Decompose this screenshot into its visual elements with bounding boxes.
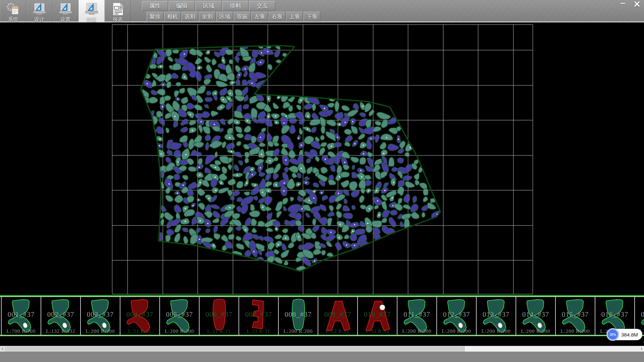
thumbnail-label: 009_#37 (318, 310, 357, 319)
thumbnail-size: L:132 R:132 (41, 328, 80, 334)
thumbnail-label: 010_#37 (358, 310, 397, 319)
nav-button-settings[interactable]: 设置 (52, 0, 78, 22)
thumbnail-size: L:200 R:200 (397, 328, 436, 334)
layout-icon (84, 2, 99, 16)
menu-tab[interactable]: 交互 (249, 1, 275, 11)
thumbnail-size: L:31 R:31 (239, 328, 278, 334)
thumbnail-label: 012_#37 (437, 310, 476, 319)
thumbnail-row: 001_#37L:700 R:700002_#37L:132 R:132003_… (0, 296, 644, 336)
tool-button[interactable]: 瑕疵 (234, 12, 251, 21)
thumbnail-size: L:200 R:200 (437, 328, 476, 334)
horizontal-scrollbar[interactable]: ‹ › (0, 346, 644, 352)
tool-row: 聚排相机选割全割区域瑕疵左靠右靠上靠下靠 (147, 12, 321, 21)
tool-button[interactable]: 相机 (164, 12, 181, 21)
nav-label: 排版 (87, 16, 97, 22)
thumbnail-strip: 001_#37L:700 R:700002_#37L:132 R:132003_… (0, 295, 644, 336)
thumbnail-size: L:200 R:200 (516, 328, 555, 334)
nav-button-system[interactable]: 系统 (0, 0, 26, 22)
tool-button[interactable]: 上靠 (286, 12, 303, 21)
thumbnail-cell[interactable]: 009_#37L:32 R:31 (318, 297, 357, 335)
thumbnail-cell[interactable]: 014_#37L:200 R:200 (516, 297, 555, 335)
thumbnail-label: 017_#37 (635, 310, 644, 319)
thumbnail-label: 007_#37 (239, 310, 278, 319)
titlebar: 系统设计设置排版报表 属性编辑区域排料交互 聚排相机选割全割区域瑕疵左靠右靠上靠… (0, 0, 644, 22)
thumbnail-cell[interactable]: 012_#37L:200 R:200 (436, 297, 476, 335)
nesting-canvas-area (0, 22, 644, 295)
thumbnail-label: 006_#37 (200, 310, 238, 319)
nav-button-layout[interactable]: 排版 (78, 0, 105, 22)
tool-button[interactable]: 下靠 (304, 12, 320, 21)
thumbnail-label: 015_#37 (556, 310, 595, 319)
settings-icon (58, 2, 73, 16)
scrollbar-thumb[interactable] (5, 346, 465, 352)
progress-indicator[interactable]: 38% 384.8M (607, 329, 642, 340)
window-controls: − × (618, 0, 642, 8)
thumbnail-size: L:33 R:33 (358, 328, 397, 334)
tool-button[interactable]: 聚排 (147, 12, 163, 21)
nav-toolbar: 系统设计设置排版报表 (0, 0, 131, 22)
thumbnail-label: 001_#37 (2, 310, 41, 319)
thumbnail-label: 002_#37 (41, 310, 80, 319)
thumbnail-label: 011_#37 (397, 310, 436, 319)
menu-tab[interactable]: 属性 (142, 1, 168, 11)
nav-label: 系统 (8, 16, 18, 22)
thumbnail-size: L:21 R:21 (200, 328, 238, 334)
thumbnail-size: L:200 R:200 (160, 328, 199, 334)
status-bar (0, 352, 644, 362)
menu-tabs: 属性编辑区域排料交互 (142, 1, 276, 11)
thumbnail-cell[interactable]: 011_#37L:200 R:200 (397, 297, 436, 335)
system-icon (6, 2, 20, 16)
close-button[interactable]: × (632, 0, 642, 8)
thumbnail-cell[interactable]: 005_#37L:200 R:200 (159, 297, 199, 335)
menu-tab[interactable]: 编辑 (169, 1, 195, 11)
thumbnail-size: L:32 R:31 (318, 328, 357, 334)
thumbnail-cell[interactable]: 015_#37L:200 R:200 (555, 297, 595, 335)
thumbnail-cell[interactable]: 004_#37L:31 R:31 (120, 297, 159, 335)
nav-button-design[interactable]: 设计 (26, 0, 52, 22)
progress-percent: 38% (609, 333, 616, 337)
tool-button[interactable]: 区域 (216, 12, 233, 21)
tool-button[interactable]: 左靠 (251, 12, 268, 21)
nav-button-report[interactable]: 报表 (105, 0, 131, 22)
memory-value: 384.8M (621, 332, 638, 338)
thumbnail-cell[interactable]: 001_#37L:700 R:700 (1, 297, 41, 335)
nesting-canvas[interactable] (0, 22, 644, 295)
design-icon (32, 2, 47, 16)
thumbnail-label: 005_#37 (160, 310, 199, 319)
thumbnail-size: L:700 R:700 (2, 328, 41, 334)
thumbnail-cell[interactable]: 003_#37L:200 R:200 (80, 297, 120, 335)
thumbnail-size: L:200 R:200 (556, 328, 595, 334)
tool-button[interactable]: 右靠 (269, 12, 285, 21)
thumbnail-cell[interactable]: 010_#37L:33 R:33 (357, 297, 397, 335)
thumbnail-label: 014_#37 (516, 310, 555, 319)
report-icon (110, 2, 125, 16)
thumbnail-size: L:31 R:31 (120, 328, 159, 334)
thumbnail-cell[interactable]: 008_#37L:200 R:200 (278, 297, 318, 335)
nav-label: 设计 (34, 16, 44, 22)
tool-button[interactable]: 选割 (181, 12, 198, 21)
thumbnail-label: 003_#37 (81, 310, 120, 319)
menu-tab[interactable]: 区域 (196, 1, 222, 11)
nav-label: 报表 (113, 16, 123, 22)
scroll-left-arrow-icon[interactable]: ‹ (0, 346, 5, 352)
thumbnail-cell[interactable]: 002_#37L:132 R:132 (41, 297, 80, 335)
thumbnail-size: L:200 R:200 (477, 328, 516, 334)
thumbnail-label: 004_#37 (120, 310, 159, 319)
thumbnail-size: L:200 R:200 (81, 328, 120, 334)
thumbnail-label: 013_#37 (477, 310, 516, 319)
thumbnail-label: 016_#37 (595, 310, 634, 319)
thumbnail-cell[interactable]: 006_#37L:21 R:21 (199, 297, 238, 335)
thumbnail-label: 008_#37 (279, 310, 318, 319)
thumbnail-size: L:200 R:200 (279, 328, 318, 334)
progress-circle: 38% (606, 328, 619, 341)
minimize-button[interactable]: − (618, 0, 628, 8)
tool-button[interactable]: 全割 (199, 12, 216, 21)
menu-tab[interactable]: 排料 (222, 1, 249, 11)
thumbnail-cell[interactable]: 007_#37L:31 R:31 (238, 297, 278, 335)
scroll-right-arrow-icon[interactable]: › (639, 346, 644, 352)
nav-label: 设置 (60, 16, 70, 22)
thumbnail-cell[interactable]: 013_#37L:200 R:200 (476, 297, 516, 335)
